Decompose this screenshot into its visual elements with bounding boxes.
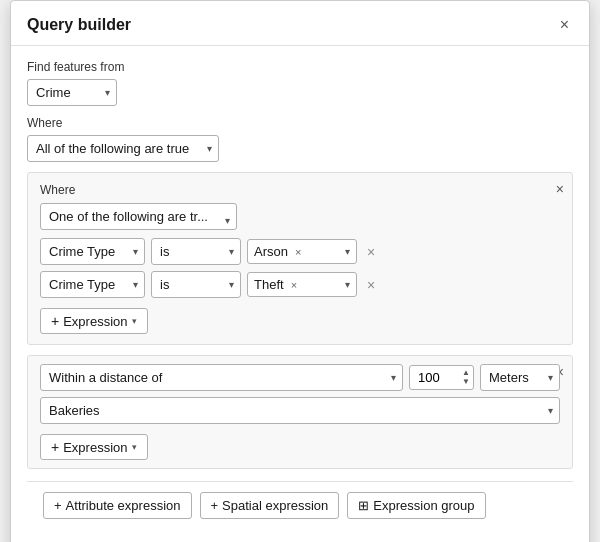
field-1-select[interactable]: Crime Type xyxy=(40,238,145,265)
condition-row-1: Crime Type ▾ is ▾ Arson × ▾ × xyxy=(40,238,560,265)
add-group-label: Expression group xyxy=(373,498,474,513)
value-2-chevron-icon[interactable]: ▾ xyxy=(345,279,350,290)
add-expression-group-button[interactable]: ⊞ Expression group xyxy=(347,492,485,519)
distance-of-select[interactable]: Within a distance of xyxy=(40,364,403,391)
units-wrapper: Meters ▾ xyxy=(480,364,560,391)
value-1-text: Arson xyxy=(254,244,288,259)
distance-spinners: ▲ ▼ xyxy=(460,369,472,387)
add-spatial-expression-button[interactable]: + Spatial expression xyxy=(200,492,340,519)
op-1-wrapper: is ▾ xyxy=(151,238,241,265)
bakeries-wrapper: Bakeries ▾ xyxy=(40,397,560,424)
add-expression-button-distance[interactable]: + Expression ▾ xyxy=(40,434,148,460)
value-2-clear-icon[interactable]: × xyxy=(291,279,297,291)
one-of-following-select[interactable]: One of the following are tr... xyxy=(40,203,237,230)
value-1-clear-icon[interactable]: × xyxy=(295,246,301,258)
one-of-following-wrapper: One of the following are tr... ▾ xyxy=(40,203,237,238)
inner-where-close-button[interactable]: × xyxy=(556,181,564,197)
dialog-header: Query builder × xyxy=(11,1,589,46)
field-1-wrapper: Crime Type ▾ xyxy=(40,238,145,265)
row-2-remove-button[interactable]: × xyxy=(363,275,379,295)
field-2-wrapper: Crime Type ▾ xyxy=(40,271,145,298)
close-button[interactable]: × xyxy=(556,15,573,35)
distance-of-wrapper: Within a distance of ▾ xyxy=(40,364,403,391)
add-spatial-label: Spatial expression xyxy=(222,498,328,513)
distance-number-wrapper: 100 ▲ ▼ xyxy=(409,365,474,390)
add-expression-button-inner[interactable]: + Expression ▾ xyxy=(40,308,148,334)
add-attribute-expression-button[interactable]: + Attribute expression xyxy=(43,492,192,519)
add-attr-label: Attribute expression xyxy=(66,498,181,513)
bakeries-select[interactable]: Bakeries xyxy=(40,397,560,424)
value-2-box: Theft × ▾ xyxy=(247,272,357,297)
where-condition-wrapper: All of the following are true ▾ xyxy=(27,135,219,162)
dialog-body: Find features from Crime ▾ Where All of … xyxy=(11,46,589,539)
inner-where-section: × Where One of the following are tr... ▾… xyxy=(27,172,573,345)
bakeries-row: Bakeries ▾ xyxy=(40,397,560,424)
distance-section: × Within a distance of ▾ 100 ▲ ▼ xyxy=(27,355,573,469)
inner-where-label: Where xyxy=(40,183,560,197)
add-expression-distance-plus-icon: + xyxy=(51,439,59,455)
condition-row-2: Crime Type ▾ is ▾ Theft × ▾ × xyxy=(40,271,560,298)
value-1-box: Arson × ▾ xyxy=(247,239,357,264)
row-1-remove-button[interactable]: × xyxy=(363,242,379,262)
units-select[interactable]: Meters xyxy=(480,364,560,391)
add-attr-plus-icon: + xyxy=(54,498,62,513)
distance-decrement-button[interactable]: ▼ xyxy=(460,378,472,387)
op-2-select[interactable]: is xyxy=(151,271,241,298)
find-features-select[interactable]: Crime xyxy=(27,79,117,106)
find-features-label: Find features from xyxy=(27,60,573,74)
op-2-wrapper: is ▾ xyxy=(151,271,241,298)
bottom-bar: + Attribute expression + Spatial express… xyxy=(27,481,573,529)
field-2-select[interactable]: Crime Type xyxy=(40,271,145,298)
value-2-text: Theft xyxy=(254,277,284,292)
add-expression-distance-label: Expression xyxy=(63,440,127,455)
value-1-chevron-icon[interactable]: ▾ xyxy=(345,246,350,257)
where-condition-select[interactable]: All of the following are true xyxy=(27,135,219,162)
distance-row: Within a distance of ▾ 100 ▲ ▼ Meters ▾ xyxy=(40,364,560,391)
find-features-wrapper: Crime ▾ xyxy=(27,79,117,106)
add-expression-distance-chevron-icon: ▾ xyxy=(132,442,137,452)
add-group-icon: ⊞ xyxy=(358,498,369,513)
dialog-title: Query builder xyxy=(27,16,131,34)
add-expression-chevron-icon: ▾ xyxy=(132,316,137,326)
add-expression-label: Expression xyxy=(63,314,127,329)
query-builder-dialog: Query builder × Find features from Crime… xyxy=(10,0,590,542)
add-expression-plus-icon: + xyxy=(51,313,59,329)
where-label: Where xyxy=(27,116,573,130)
add-spatial-plus-icon: + xyxy=(211,498,219,513)
op-1-select[interactable]: is xyxy=(151,238,241,265)
